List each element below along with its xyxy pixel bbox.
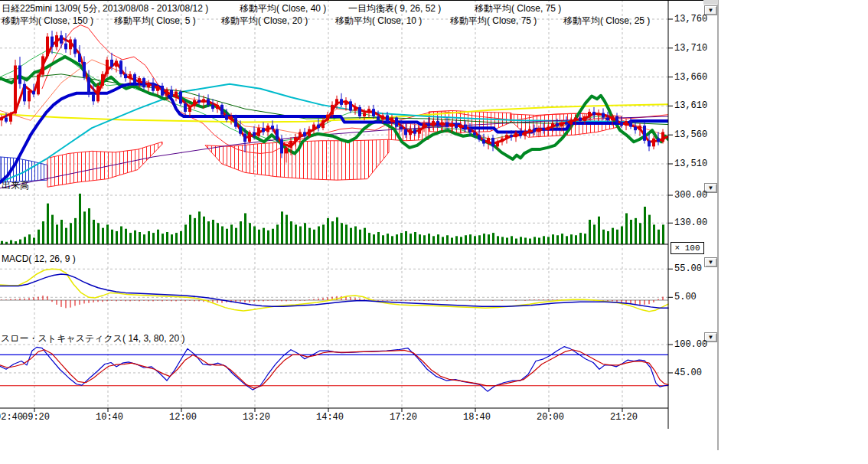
volume-bar: [616, 230, 618, 244]
volume-bar: [391, 236, 393, 244]
volume-bar: [106, 224, 109, 244]
chevron-down-icon: ▼: [708, 185, 714, 191]
volume-bar: [129, 233, 132, 244]
time-axis-label: 02:40: [0, 413, 23, 422]
macd-axis-label: 55.00: [674, 264, 702, 273]
volume-bar: [589, 220, 591, 244]
volume-bar: [345, 224, 348, 244]
volume-bar: [212, 220, 214, 244]
volume-bar: [400, 233, 403, 244]
volume-bar: [336, 217, 338, 244]
volume-bar: [207, 221, 210, 244]
volume-bar: [318, 227, 320, 244]
time-axis-label: 09:20: [22, 413, 50, 422]
volume-bar: [93, 220, 95, 244]
volume-bar: [88, 208, 90, 244]
volume-bar: [644, 207, 646, 244]
volume-bar: [382, 235, 384, 244]
volume-bar: [566, 236, 568, 244]
volume-bar: [538, 237, 540, 244]
volume-bar: [304, 223, 306, 244]
volume-bar: [143, 234, 145, 244]
volume-bar: [249, 223, 251, 244]
volume-bar: [552, 234, 554, 244]
volume-bar: [639, 223, 641, 244]
volume-bar: [194, 218, 196, 244]
volume-bar: [102, 228, 104, 244]
time-axis-label: 17:20: [390, 413, 417, 422]
volume-bar: [276, 224, 279, 244]
volume-bar: [488, 234, 490, 244]
volume-bar: [465, 235, 467, 244]
macd-panel-scroll-button[interactable]: ▼: [704, 257, 717, 267]
volume-bar: [65, 228, 67, 244]
volume-bar: [625, 213, 628, 244]
volume-bar: [419, 234, 421, 244]
stoch-axis-label: 45.00: [674, 368, 702, 377]
volume-bar: [120, 227, 122, 244]
volume-bar: [432, 236, 435, 244]
legend-item: 一目均衡表( 9, 26, 52 ): [348, 4, 441, 14]
volume-bar: [658, 230, 660, 244]
volume-bar: [139, 232, 141, 244]
chart-window: 日経225mini 13/09( 5分, 2013/08/08 - 2013/0…: [0, 0, 868, 464]
volume-bar: [451, 237, 453, 244]
volume-bar: [189, 215, 191, 244]
volume-bar: [455, 236, 458, 244]
time-axis-label: 13:20: [243, 413, 270, 422]
time-axis-label: 14:40: [316, 413, 344, 422]
volume-bar: [28, 234, 31, 244]
volume-bar: [184, 224, 187, 244]
volume-bar: [437, 234, 439, 244]
volume-bar: [74, 218, 77, 244]
volume-bar: [511, 236, 513, 244]
volume-bar: [648, 215, 651, 244]
legend-item: 移動平均( Close, 25 ): [563, 16, 650, 26]
volume-bar: [10, 240, 12, 244]
volume-bar: [97, 223, 100, 244]
volume-bar: [175, 233, 178, 244]
volume-bar: [240, 221, 242, 244]
price-axis-label: 13,610: [674, 101, 707, 110]
volume-bar: [354, 227, 357, 244]
volume-bar: [125, 229, 127, 244]
volume-bar: [428, 234, 430, 244]
price-axis-label: 13,660: [674, 73, 707, 82]
chevron-down-icon: ▼: [708, 260, 714, 266]
volume-bar: [478, 235, 481, 244]
volume-bar: [19, 240, 21, 244]
volume-bar: [83, 211, 86, 244]
volume-bar: [446, 235, 449, 244]
volume-bar: [263, 228, 265, 244]
volume-bar: [561, 234, 563, 244]
volume-bar: [501, 237, 504, 244]
volume-bar: [152, 233, 155, 244]
volume-bar: [253, 227, 256, 244]
volume-bar: [387, 234, 389, 244]
volume-bar: [299, 227, 302, 244]
volume-bar: [217, 223, 219, 244]
volume-bar: [373, 234, 375, 244]
price-axis-label: 13,560: [674, 130, 707, 139]
volume-bar: [543, 236, 545, 244]
volume-bar: [327, 218, 329, 244]
volume-bar: [460, 237, 462, 244]
price-axis-label: 13,510: [674, 159, 707, 168]
time-axis-label: 20:00: [537, 413, 564, 422]
time-axis-label: 21:20: [610, 413, 638, 422]
stoch-axis-label: 100.00: [674, 340, 707, 349]
legend-symbol: 日経225mini 13/09( 5分, 2013/08/08 - 2013/0…: [2, 4, 208, 14]
price-panel[interactable]: [0, 25, 668, 188]
volume-bar: [148, 231, 150, 244]
volume-bar: [331, 221, 334, 244]
volume-bar: [166, 232, 168, 244]
volume-bar: [24, 237, 26, 244]
volume-bar: [469, 234, 472, 244]
volume-bar: [602, 230, 605, 244]
scrollbar-top-strip: [703, 0, 718, 5]
chart-canvas[interactable]: [0, 0, 868, 464]
volume-bar: [313, 230, 315, 244]
macd-panel-title: MACD( 12, 26, 9 ): [2, 254, 76, 264]
volume-bar: [70, 223, 72, 244]
volume-bar: [492, 233, 494, 244]
